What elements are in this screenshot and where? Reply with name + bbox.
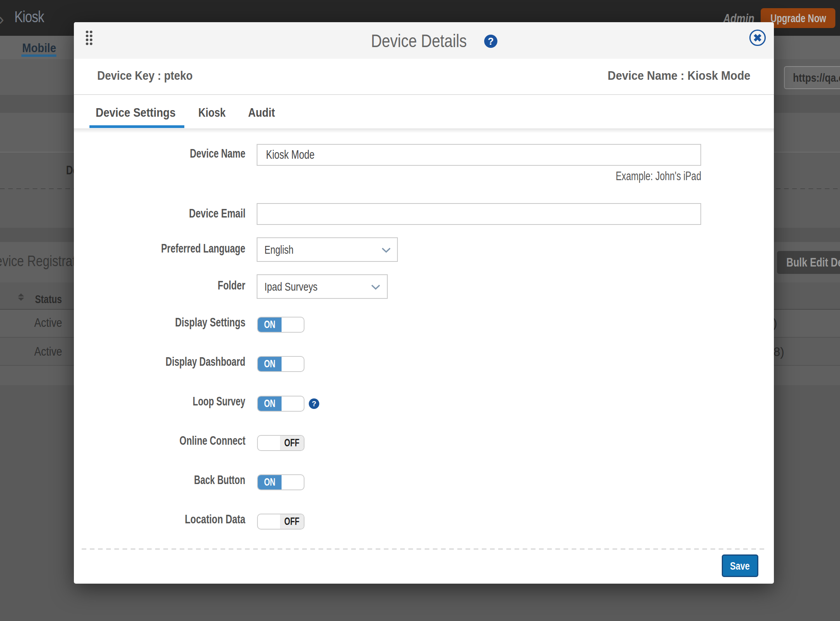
svg-text:?: ? [312,400,317,408]
